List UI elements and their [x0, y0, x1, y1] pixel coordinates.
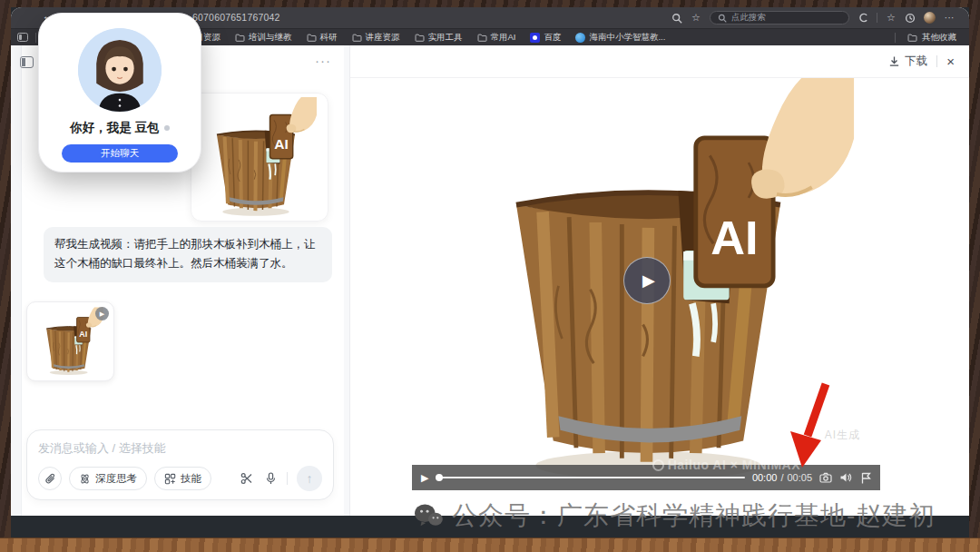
input-divider — [287, 472, 288, 485]
skills-button[interactable]: 技能 — [154, 467, 211, 490]
download-button[interactable]: 下载 — [888, 54, 927, 69]
bookmark-item-baidu[interactable]: 百度 — [530, 32, 561, 44]
bookmark-item[interactable]: 科研 — [307, 32, 338, 44]
volume-icon[interactable] — [839, 471, 852, 484]
status-dot — [164, 125, 170, 131]
menu-dots-icon[interactable]: ··· — [944, 13, 955, 24]
doubao-greeting-card: 你好，我是 豆包 开始聊天 — [38, 13, 201, 172]
hailuo-logo-icon — [652, 459, 664, 471]
bookmark-item[interactable]: 常用AI — [477, 32, 516, 44]
bookmarks-divider — [895, 33, 896, 43]
bookmarks-divider — [35, 33, 36, 43]
bookmark-item[interactable]: 海南中小学智慧教... — [575, 32, 665, 44]
sidebar-toggle-icon[interactable] — [17, 33, 28, 42]
site-favicon — [575, 33, 585, 43]
viewer-header: 下载 × — [350, 45, 969, 78]
screenshot-camera-icon[interactable] — [819, 471, 832, 484]
user-message-bubble: 帮我生成视频：请把手上的那块木板补到木桶上，让这个木桶的缺口最终补上。然后木桶装… — [44, 227, 332, 282]
close-icon[interactable]: × — [946, 54, 955, 68]
bookmark-item[interactable]: 培训与继教 — [235, 32, 292, 44]
paperclip-icon — [44, 473, 56, 485]
progress-track — [436, 477, 744, 478]
bucket-illustration — [201, 97, 318, 217]
greeting-text: 你好，我是 豆包 — [70, 120, 159, 136]
microphone-icon[interactable] — [263, 471, 278, 486]
download-icon — [888, 55, 900, 67]
report-flag-icon[interactable] — [859, 471, 872, 484]
send-button[interactable]: ↑ — [297, 466, 322, 491]
deep-think-button[interactable]: 深度思考 — [69, 467, 147, 490]
start-chat-button[interactable]: 开始聊天 — [62, 144, 178, 163]
play-badge-icon[interactable]: ▶ — [95, 307, 109, 320]
bookmark-item[interactable]: 讲座资源 — [352, 32, 400, 44]
profile-avatar[interactable] — [924, 12, 936, 24]
chat-right-gutter — [344, 45, 349, 516]
quick-search-placeholder: 点此搜索 — [731, 12, 766, 24]
chat-more-icon[interactable]: ··· — [315, 53, 331, 68]
deep-think-icon — [79, 473, 91, 485]
message-input-box[interactable]: 深度思考 技能 ↑ — [26, 429, 334, 500]
panel-collapse-icon[interactable] — [20, 56, 34, 68]
video-stage[interactable]: ▶ AI生成 Hailuo AI × MINIMAX ▶ 00:00 — [412, 78, 880, 490]
history-icon[interactable] — [905, 13, 916, 24]
generated-video-thumbnail[interactable]: ▶ — [26, 301, 114, 381]
progress-handle[interactable] — [436, 474, 443, 481]
play-button[interactable]: ▶ — [623, 257, 671, 304]
time-display: 00:00 / 00:05 — [752, 472, 812, 483]
extensions-icon[interactable]: ☆ — [886, 13, 897, 24]
hailuo-watermark: Hailuo AI × MINIMAX — [652, 458, 800, 472]
message-input[interactable] — [38, 441, 322, 455]
bookmark-item[interactable]: 实用工具 — [415, 32, 463, 44]
quick-search-box[interactable]: 点此搜索 — [710, 11, 849, 25]
skills-icon — [164, 473, 176, 485]
address-bar-url[interactable]: 6070607651767042 — [192, 12, 280, 23]
search-icon[interactable] — [671, 13, 682, 24]
scissors-icon[interactable] — [240, 471, 254, 486]
search-icon — [718, 14, 727, 23]
user-uploaded-image[interactable] — [191, 93, 328, 222]
footer-watermark-text: 公众号：广东省科学精神践行基地-赵建初 — [452, 498, 935, 533]
wechat-icon — [414, 503, 443, 528]
other-bookmarks[interactable]: 其他收藏 — [887, 32, 956, 44]
bookmark-star-icon[interactable]: ☆ — [691, 13, 701, 24]
chat-left-gutter — [11, 45, 22, 516]
toolbar-divider — [877, 13, 877, 23]
monitor-screen: ← 6070607651767042 ☆ 点此搜索 ☆ ··· 学习资源 — [11, 7, 969, 537]
video-viewer-panel: 下载 × ▶ AI生成 Hailuo AI × MINIMAX — [350, 45, 969, 516]
shield-icon[interactable] — [858, 13, 868, 24]
attachment-button[interactable] — [38, 467, 62, 490]
annotation-arrow — [784, 380, 838, 470]
progress-bar[interactable] — [436, 474, 744, 481]
wood-frame-bottom — [0, 537, 980, 552]
footer-watermark: 公众号：广东省科学精神践行基地-赵建初 — [414, 498, 935, 533]
header-divider — [936, 55, 937, 67]
bucket-illustration — [38, 307, 103, 376]
doubao-avatar — [78, 28, 162, 112]
baidu-favicon — [530, 33, 540, 43]
play-control-icon[interactable]: ▶ — [421, 473, 428, 483]
